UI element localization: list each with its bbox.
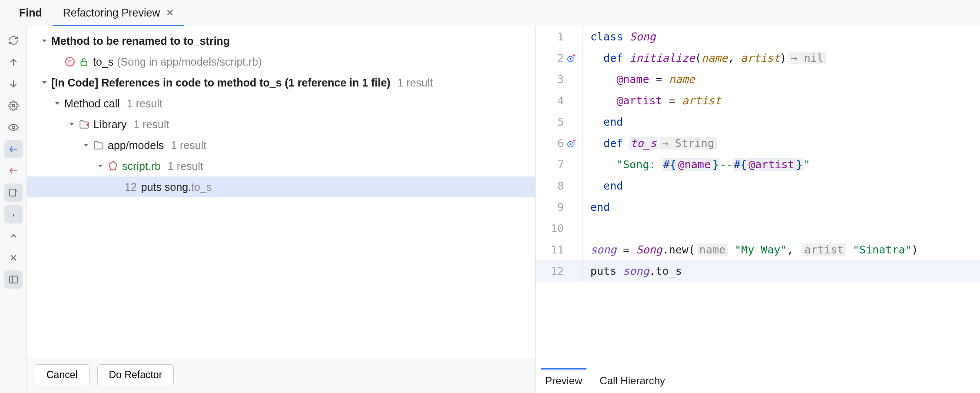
svg-rect-2 xyxy=(10,189,16,196)
tree-method-row[interactable]: m to_s (Song in app/models/script.rb) xyxy=(27,51,535,72)
ruby-file-icon xyxy=(107,160,119,172)
chevron-down-icon[interactable] xyxy=(96,163,105,170)
return-type-hint: → nil xyxy=(788,52,826,64)
result-count: 1 result xyxy=(133,114,169,135)
method-name: to_s xyxy=(93,51,113,72)
tree-library[interactable]: Library 1 result xyxy=(27,114,535,135)
svg-rect-3 xyxy=(10,276,17,283)
left-toolbar xyxy=(0,26,27,393)
line-number: 1 xyxy=(551,26,564,47)
return-type-hint: → String xyxy=(659,137,717,150)
line-number: 3 xyxy=(551,69,564,90)
folder-icon xyxy=(93,140,104,151)
layout-icon[interactable] xyxy=(4,270,23,289)
arrow-up-icon[interactable] xyxy=(4,53,23,71)
svg-point-10 xyxy=(569,143,572,145)
tree-folder[interactable]: app/models 1 result xyxy=(27,135,535,156)
chevron-down-icon[interactable] xyxy=(67,121,76,128)
override-up-icon[interactable] xyxy=(566,53,577,63)
header-text: Method to be renamed to to_string xyxy=(51,30,230,51)
svg-text:m: m xyxy=(68,58,72,65)
line-number: 7 xyxy=(551,154,564,175)
chevron-down-icon[interactable] xyxy=(53,100,62,107)
line-number: 8 xyxy=(551,175,564,196)
do-refactor-button[interactable]: Do Refactor xyxy=(97,364,174,385)
tab-label: Refactoring Preview xyxy=(63,7,160,19)
chevron-down-x-icon[interactable] xyxy=(4,249,23,267)
node-label: Library xyxy=(93,114,126,135)
node-label: app/models xyxy=(108,135,164,156)
library-folder-icon xyxy=(79,119,90,130)
chevron-up-icon[interactable] xyxy=(4,227,23,245)
node-label: Method call xyxy=(64,93,120,114)
tree-search-hit[interactable]: 12 puts song.to_s xyxy=(27,177,535,197)
result-count: 1 result xyxy=(397,72,433,93)
file-name: script.rb xyxy=(122,156,161,177)
tree-file[interactable]: script.rb 1 result xyxy=(27,156,535,177)
writable-icon xyxy=(78,56,89,67)
line-number: 9 xyxy=(551,196,564,218)
tree-header-references[interactable]: [In Code] References in code to method t… xyxy=(27,72,535,93)
eye-icon[interactable] xyxy=(4,118,23,137)
line-number: 5 xyxy=(551,111,564,133)
editor-tab-preview[interactable]: Preview xyxy=(545,368,582,393)
result-count: 1 result xyxy=(171,135,206,156)
svg-rect-6 xyxy=(81,61,87,66)
chevron-down-icon[interactable] xyxy=(82,142,90,149)
settings-icon[interactable] xyxy=(4,97,23,115)
svg-point-1 xyxy=(12,126,15,129)
svg-point-0 xyxy=(12,104,15,107)
editor-tab-call-hierarchy[interactable]: Call Hierarchy xyxy=(599,368,665,393)
close-icon[interactable]: ✕ xyxy=(166,7,174,19)
tree-methodcall[interactable]: Method call 1 result xyxy=(27,93,535,114)
tab-refactoring-preview[interactable]: Refactoring Preview ✕ xyxy=(53,0,185,26)
info-icon[interactable] xyxy=(4,205,23,223)
line-number: 2 xyxy=(551,47,564,69)
refresh-icon[interactable] xyxy=(4,31,23,50)
results-tree: Method to be renamed to to_string m to_s… xyxy=(27,26,535,358)
svg-point-8 xyxy=(569,58,572,60)
hit-text: puts song. xyxy=(141,177,191,197)
result-count: 1 result xyxy=(127,93,162,114)
import-refactor-icon[interactable] xyxy=(4,140,23,158)
line-number: 6 xyxy=(551,133,564,154)
method-icon: m xyxy=(64,56,76,67)
line-number: 12 xyxy=(551,260,564,282)
hit-linenum: 12 xyxy=(125,177,137,197)
arrow-down-icon[interactable] xyxy=(4,75,23,93)
new-file-icon[interactable] xyxy=(4,183,23,202)
tree-header-rename[interactable]: Method to be renamed to to_string xyxy=(27,30,535,51)
method-location: (Song in app/models/script.rb) xyxy=(117,51,262,72)
result-count: 1 result xyxy=(168,156,203,177)
param-hint-name: name xyxy=(697,243,728,256)
param-hint-artist: artist xyxy=(802,243,846,256)
export-refactor-icon[interactable] xyxy=(4,162,23,180)
line-number: 11 xyxy=(551,239,564,260)
cancel-button[interactable]: Cancel xyxy=(35,364,89,385)
header-text: [In Code] References in code to method t… xyxy=(51,72,391,93)
chevron-down-icon[interactable] xyxy=(40,79,49,86)
chevron-down-icon[interactable] xyxy=(40,37,49,44)
tab-find[interactable]: Find xyxy=(9,0,53,26)
line-number: 10 xyxy=(551,218,564,239)
override-up-icon[interactable] xyxy=(566,139,577,148)
code-editor[interactable]: 1 class Song 2 def initialize(name, arti… xyxy=(536,26,980,282)
line-number: 4 xyxy=(551,90,564,111)
hit-match: to_s xyxy=(191,177,212,197)
